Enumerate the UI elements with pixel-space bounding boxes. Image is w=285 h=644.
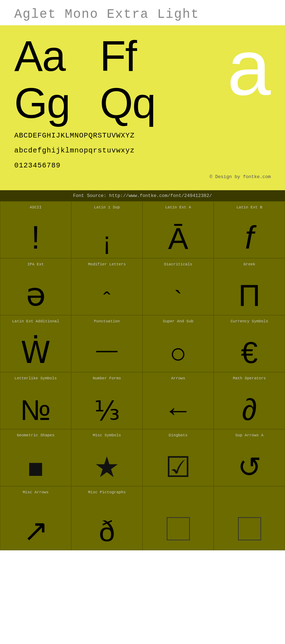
sym-numberforms: ⅓ [94, 398, 120, 425]
sym-suparrowsa: ↺ [238, 453, 261, 482]
label-greek: Greek [214, 262, 285, 266]
char-block-latinextb: Latin Ext B f [214, 201, 285, 258]
sym-latinextb: f [245, 222, 254, 254]
char-block-punctuation: Punctuation — [71, 315, 142, 372]
char-block-suparrowsa: Sup Arrows A ↺ [214, 429, 285, 486]
sym-letterlike: № [20, 396, 51, 425]
char-block-letterlike: Letterlike Symbols № [0, 372, 71, 429]
sym-arrows: ← [164, 396, 192, 425]
char-block-numberforms: Number Forms ⅓ [71, 372, 142, 429]
char-block-dingbats: Dingbats ☑ [142, 429, 214, 486]
big-letters-grid: Aa Gg Ff Qq a [14, 32, 271, 126]
label-miscsymbols: Misc Symbols [72, 433, 142, 437]
sym-currency: € [241, 337, 258, 368]
font-title: Aglet Mono Extra Light [14, 7, 271, 22]
sym-latinexta: Ā [168, 223, 188, 254]
big-letter-a-white: a [227, 32, 271, 103]
char-block-currency: Currency Symbols € [214, 315, 285, 372]
char-block-mathops: Math Operators ∂ [214, 372, 285, 429]
char-block-diacriticals: Diacriticals ` [142, 258, 214, 315]
char-block-ipaext: IPA Ext ə [0, 258, 71, 315]
sym-modletters: ˆ [103, 289, 110, 311]
char-block-latinexta: Latin Ext A Ā [142, 201, 214, 258]
char-block-ascii: ASCII ! [0, 201, 71, 258]
char-block-arrows: Arrows ← [142, 372, 214, 429]
char-block-greek: Greek Π [214, 258, 285, 315]
big-letter-aa: Aa [14, 32, 100, 79]
char-block-miscpicto: Misc Pictographs ð [71, 486, 142, 550]
sym-superandsub: ○ [170, 339, 187, 368]
char-block-empty2 [214, 486, 285, 550]
char-block-latinextadd: Latin Ext Additional Ẇ [0, 315, 71, 372]
label-dingbats: Dingbats [143, 433, 213, 437]
col2: Ff Qq [100, 32, 185, 126]
char-block-miscarrows: Misc Arrows ↗ [0, 486, 71, 550]
sym-latin1sup: ¡ [103, 229, 111, 254]
label-diacriticals: Diacriticals [143, 262, 213, 266]
sym-greek: Π [238, 280, 260, 311]
char-block-superandsub: Super And Sub ○ [142, 315, 214, 372]
digits: 0123456789 [14, 160, 271, 171]
char-block-miscsymbols: Misc Symbols ★ [71, 429, 142, 486]
alphabet-lower: abcdefghijklmnopqrstuvwxyz [14, 145, 271, 156]
header-section: Aglet Mono Extra Light [0, 0, 285, 25]
label-geoshapes: Geometric Shapes [0, 433, 71, 437]
label-arrows: Arrows [143, 376, 213, 380]
sym-ipaext: ə [26, 279, 46, 311]
sym-mathops: ∂ [242, 394, 257, 425]
label-latinextb: Latin Ext B [214, 205, 285, 209]
label-miscarrows: Misc Arrows [0, 490, 71, 494]
label-currency: Currency Symbols [214, 319, 285, 323]
label-latin1sup: Latin 1 Sup [72, 205, 142, 209]
sym-geoshapes: ■ [27, 455, 43, 482]
char-block-geoshapes: Geometric Shapes ■ [0, 429, 71, 486]
showcase-section: Aa Gg Ff Qq a ABCDEFGHIJKLMNOPQRSTUVWXYZ… [0, 25, 285, 190]
label-superandsub: Super And Sub [143, 319, 213, 323]
sym-punctuation: — [96, 339, 118, 360]
sym-empty1 [167, 517, 190, 540]
label-miscpicto: Misc Pictographs [72, 490, 142, 494]
char-grid: ASCII ! Latin 1 Sup ¡ Latin Ext A Ā Lati… [0, 201, 285, 550]
label-mathops: Math Operators [214, 376, 285, 380]
sym-empty2 [238, 517, 261, 540]
credit-line: © Design by fontke.com [14, 174, 271, 180]
sym-diacriticals: ` [174, 287, 182, 311]
char-block-latin1sup: Latin 1 Sup ¡ [71, 201, 142, 258]
char-block-modletters: Modifier Letters ˆ [71, 258, 142, 315]
col1: Aa Gg [14, 32, 100, 126]
sym-miscarrows: ↗ [23, 515, 48, 546]
big-letter-ff: Ff [100, 32, 185, 79]
label-letterlike: Letterlike Symbols [0, 376, 71, 380]
dark-section: Font Source: http://www.fontke.com/font/… [0, 190, 285, 550]
label-ascii: ASCII [0, 205, 71, 209]
label-modletters: Modifier Letters [72, 262, 142, 266]
sym-dingbats: ☑ [165, 453, 191, 482]
col3: a [185, 32, 271, 103]
label-numberforms: Number Forms [72, 376, 142, 380]
big-letter-gg: Gg [14, 79, 100, 126]
label-latinextadd: Latin Ext Additional [0, 319, 71, 323]
source-bar: Font Source: http://www.fontke.com/font/… [0, 190, 285, 201]
sym-miscsymbols: ★ [94, 453, 120, 482]
label-latinexta: Latin Ext A [143, 205, 213, 209]
alphabet-upper: ABCDEFGHIJKLMNOPQRSTUVWXYZ [14, 130, 271, 141]
char-block-empty1 [142, 486, 214, 550]
sym-miscpicto: ð [99, 517, 115, 546]
big-letter-qq: Qq [100, 79, 185, 126]
label-suparrowsa: Sup Arrows A [214, 433, 285, 437]
sym-latinextadd: Ẇ [21, 337, 51, 368]
label-punctuation: Punctuation [72, 319, 142, 323]
sym-ascii: ! [31, 222, 40, 254]
label-ipaext: IPA Ext [0, 262, 71, 266]
